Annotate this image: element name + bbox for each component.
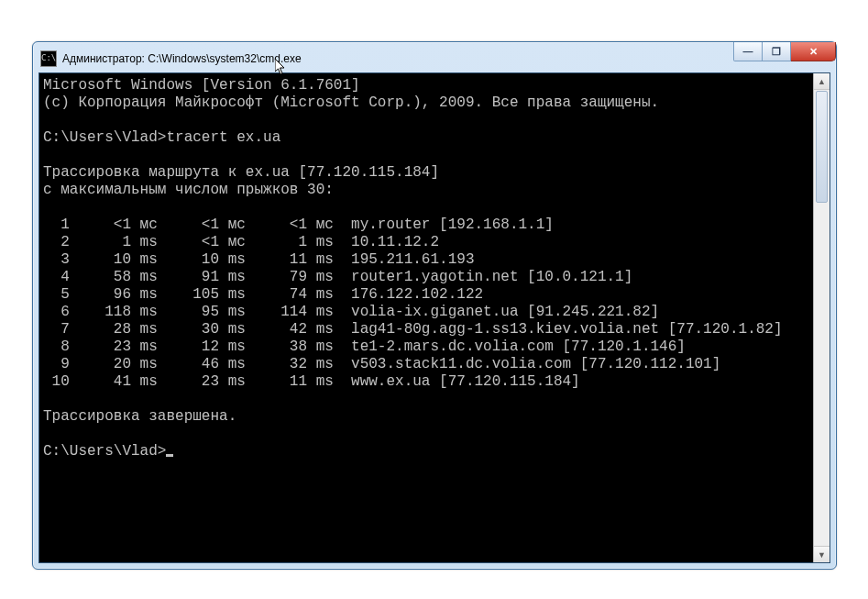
console-line: Трассировка маршрута к ex.ua [77.120.115… [43,164,811,182]
console-line: 1 <1 мс <1 мс <1 мс my.router [192.168.1… [43,216,811,234]
console-line [43,391,811,408]
minimize-icon: — [743,46,753,57]
console-output[interactable]: Microsoft Windows [Version 6.1.7601](c) … [39,73,813,562]
cmd-window: C:\ Администратор: C:\Windows\system32\c… [32,41,837,570]
chevron-up-icon: ▲ [818,77,826,86]
maximize-button[interactable]: ❐ [763,42,791,61]
window-controls: — ❐ ✕ [733,42,836,61]
titlebar[interactable]: C:\ Администратор: C:\Windows\system32\c… [38,48,830,72]
client-area: Microsoft Windows [Version 6.1.7601](c) … [38,72,830,563]
window-title: Администратор: C:\Windows\system32\cmd.e… [62,52,829,65]
console-line: C:\Users\Vlad>tracert ex.ua [43,129,811,147]
console-line: 4 58 ms 91 ms 79 ms router1.yagotin.net … [43,269,811,286]
vertical-scrollbar[interactable]: ▲ ▼ [813,73,830,562]
console-line: 6 118 ms 95 ms 114 ms volia-ix.giganet.u… [43,304,811,321]
console-line: 5 96 ms 105 ms 74 ms 176.122.102.122 [43,286,811,304]
console-line: 8 23 ms 12 ms 38 ms te1-2.mars.dc.volia.… [43,338,811,356]
console-line: 9 20 ms 46 ms 32 ms v503.stack11.dc.voli… [43,356,811,373]
maximize-icon: ❐ [772,46,781,58]
console-line [43,426,811,443]
scroll-thumb[interactable] [816,91,828,203]
console-line: Трассировка завершена. [43,408,811,426]
console-line: Microsoft Windows [Version 6.1.7601] [43,77,811,94]
scroll-down-button[interactable]: ▼ [814,546,830,562]
prompt-line[interactable]: C:\Users\Vlad> [43,443,811,460]
console-line: (c) Корпорация Майкрософт (Microsoft Cor… [43,94,811,112]
console-line: с максимальным числом прыжков 30: [43,182,811,199]
console-line [43,147,811,164]
text-cursor [166,454,173,457]
close-icon: ✕ [809,46,818,58]
cmd-icon: C:\ [40,50,57,67]
close-button[interactable]: ✕ [791,42,836,61]
chevron-down-icon: ▼ [818,550,826,560]
console-line [43,112,811,129]
prompt-text: C:\Users\Vlad> [43,443,166,460]
minimize-button[interactable]: — [733,42,763,61]
console-line: 7 28 ms 30 ms 42 ms lag41-80g.agg-1.ss13… [43,321,811,338]
console-line: 2 1 ms <1 мс 1 ms 10.11.12.2 [43,234,811,251]
scroll-up-button[interactable]: ▲ [814,73,830,90]
console-line: 3 10 ms 10 ms 11 ms 195.211.61.193 [43,251,811,269]
console-line: 10 41 ms 23 ms 11 ms www.ex.ua [77.120.1… [43,373,811,391]
console-line [43,199,811,216]
